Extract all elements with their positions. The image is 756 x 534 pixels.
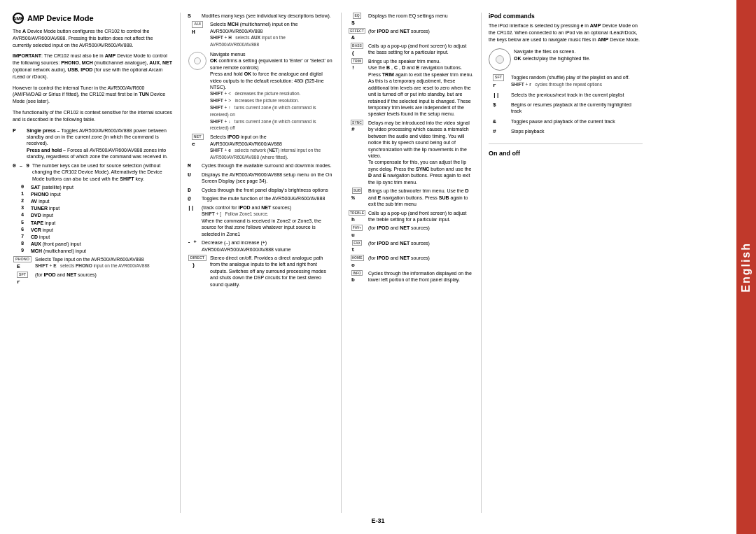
key-info: b	[351, 276, 363, 283]
ipod-key-amp: &	[493, 118, 504, 125]
key-row-e: PHONO E Selects Tape input on the AVR500…	[13, 256, 173, 269]
ipod-commands-title: iPod commands	[489, 13, 643, 20]
key-row-sub: SUB % Brings up the subwoofer trim menu.…	[349, 188, 474, 207]
key-r: r	[17, 279, 28, 285]
net-badge: NET	[192, 134, 204, 140]
key-sync-desc: Delays may be introduced into the video …	[368, 120, 474, 185]
direct-badge: DIRECT	[188, 255, 206, 261]
key-h-desc: Selects MCH (multichannel) input on the …	[210, 21, 334, 48]
ipod-r-desc: Toggles random (shuffle) play of the pla…	[511, 74, 643, 87]
key-u-desc: Displays the AVR500/AVR600/AV888 setup m…	[202, 171, 334, 185]
key-pause: ||	[188, 204, 199, 211]
key-bass: (	[351, 50, 363, 56]
ipod-dollar-desc: Begins or resumes playback at the curren…	[511, 101, 643, 115]
ipod-amp-desc: Toggles pause and playback of the curren…	[511, 118, 643, 125]
key-row-trim: TRIM ! Brings up the speaker trim menu. …	[349, 58, 474, 118]
key-sync: #	[351, 126, 363, 132]
key-row-fax: FAX t (for IPOD and NET sources)	[349, 240, 474, 253]
main-content: AMP AMP Device Mode The A Device Mode bu…	[13, 13, 724, 513]
key-row-fav: FAV+ u (for IPOD and NET sources)	[349, 225, 474, 238]
key-e-net: e	[192, 141, 203, 147]
key-pause-desc: (track control for IPOD and NET sources)…	[202, 204, 334, 238]
eq-badge: EQ	[353, 13, 360, 19]
sync-badge: SYNC	[351, 120, 363, 126]
key-bass-desc: Calls up a pop-up (and front screen) to …	[368, 43, 474, 56]
key-u: U	[188, 171, 199, 178]
key-home-desc: (for IPOD and NET sources)	[368, 255, 474, 261]
sub-keys-0-9: 0SAT (satellite) input 1PHONO input 2AV …	[13, 184, 173, 254]
key-trim-desc: Brings up the speaker trim menu. Use the…	[368, 58, 474, 118]
key-at: @	[188, 195, 199, 202]
key-treble: h	[351, 216, 363, 223]
key-fav-desc: (for IPOD and NET sources)	[368, 225, 474, 231]
ipod-row-circle: Navigate the files on screen. OK selects…	[489, 48, 643, 71]
ipod-row-prevnext: || Selects the previous/next track in th…	[489, 92, 643, 98]
key-sub: %	[351, 195, 363, 201]
key-row-home: HOME o (for IPOD and NET sources)	[349, 255, 474, 268]
ipod-row-shuffle: SFT r Toggles random (shuffle) play of t…	[489, 74, 643, 87]
key-0-9: 0 – 9	[13, 162, 29, 169]
key-direct-desc: Stereo direct on/off. Provides a direct …	[210, 255, 334, 288]
key-treble-desc: Calls up a pop-up (and front screen) to …	[368, 210, 474, 223]
info-badge: INFO	[351, 270, 363, 276]
english-label: English	[740, 242, 752, 293]
key-row-s: S Modifies many keys (see individual key…	[188, 13, 334, 19]
key-0-9-desc: The number keys can be used for source s…	[32, 162, 173, 182]
english-tab: English	[736, 0, 756, 534]
sft-badge2: SFT	[493, 74, 504, 80]
on-off-section: On and off	[489, 143, 643, 157]
aui-badge: AUI	[192, 21, 202, 27]
key-s-desc: Modifies many keys (see individual key d…	[202, 13, 334, 19]
key-e-net-desc: Selects IPOD input on the AVR500/AVR500/…	[210, 134, 334, 160]
ipod-row-pauseplay: & Toggles pause and playback of the curr…	[489, 118, 643, 125]
phono-badge: PHONO	[13, 256, 31, 262]
key-vol-desc: Decrease (–) and increase (+) AVR500/AVR…	[202, 239, 334, 253]
ipod-row-playback: $ Begins or resumes playback at the curr…	[489, 101, 643, 115]
key-info-desc: Cycles through the information displayed…	[368, 270, 474, 283]
bass-badge: BASS	[351, 43, 363, 49]
key-row-sync: SYNC # Delays may be introduced into the…	[349, 120, 474, 185]
ipod-key-r: r	[493, 82, 504, 88]
intro-p4: The functionality of the CR102 is contex…	[13, 109, 173, 123]
key-row-at: @ Toggles the mute function of the AVR50…	[188, 195, 334, 202]
page: English AMP AMP Device Mode The A Device…	[0, 0, 756, 534]
key-h: H	[192, 29, 203, 35]
key-fax-desc: (for IPOD and NET sources)	[368, 240, 474, 246]
key-r-desc: (for IPOD and NET sources)	[35, 272, 173, 278]
key-row-e-net: NET e Selects IPOD input on the AVR500/A…	[188, 134, 334, 160]
key-row-0-9: 0 – 9 The number keys can be used for so…	[13, 162, 173, 182]
amp-icon: AMP	[13, 13, 24, 24]
circle-nav-icon	[188, 52, 206, 70]
key-circle-desc: Navigate menus OK confirms a setting (eq…	[210, 51, 334, 132]
column-2: S Modifies many keys (see individual key…	[181, 13, 342, 513]
key-e-desc: Selects Tape input on the AVR500/AVR600/…	[35, 256, 173, 269]
column-1: AMP AMP Device Mode The A Device Mode bu…	[13, 13, 181, 513]
key-row-pause: || (track control for IPOD and NET sourc…	[188, 204, 334, 238]
trim-badge: TRIM	[351, 58, 363, 64]
key-row-h: AUI H Selects MCH (multichannel) input o…	[188, 21, 334, 48]
key-d-desc: Cycles through the front panel display's…	[202, 187, 334, 193]
key-at-desc: Toggles the mute function of the AVR500/…	[202, 195, 334, 202]
ipod-pause-desc: Selects the previous/next track in the c…	[511, 92, 643, 98]
key-row-eq: EQ $ Displays the room EQ settings menu	[349, 13, 474, 26]
intro-p2: IMPORTANT: The CR102 must also be in AMP…	[13, 52, 173, 80]
ipod-key-hash: #	[493, 128, 504, 134]
ipod-hash-desc: Stops playback	[511, 128, 643, 134]
key-m-desc: Cycles through the available surround an…	[202, 162, 334, 169]
key-row-treble: TREBLE h Calls up a pop-up (and front sc…	[349, 210, 474, 223]
page-number: E-31	[13, 517, 743, 524]
effect-badge: EFFECT	[349, 28, 365, 34]
ipod-key-pause: ||	[493, 92, 504, 98]
intro-p1: The A Device Mode button configures the …	[13, 28, 173, 48]
key-eq: $	[351, 20, 363, 26]
amp-title-text: AMP Device Mode	[27, 14, 94, 22]
ipod-circle-desc: Navigate the files on screen. OK selects…	[514, 48, 643, 62]
home-badge: HOME	[351, 255, 364, 261]
key-row-effect: EFFECT & (for IPOD and NET sources)	[349, 28, 474, 41]
key-sub-desc: Brings up the subwoofer trim menu. Use t…	[368, 188, 474, 207]
key-row-u: U Displays the AVR500/AVR600/AV888 setup…	[188, 171, 334, 185]
key-m: M	[188, 162, 199, 169]
ipod-intro: The iPod interface is selected by pressi…	[489, 22, 643, 43]
key-row-d: D Cycles through the front panel display…	[188, 187, 334, 193]
ipod-circle-col	[489, 48, 511, 71]
